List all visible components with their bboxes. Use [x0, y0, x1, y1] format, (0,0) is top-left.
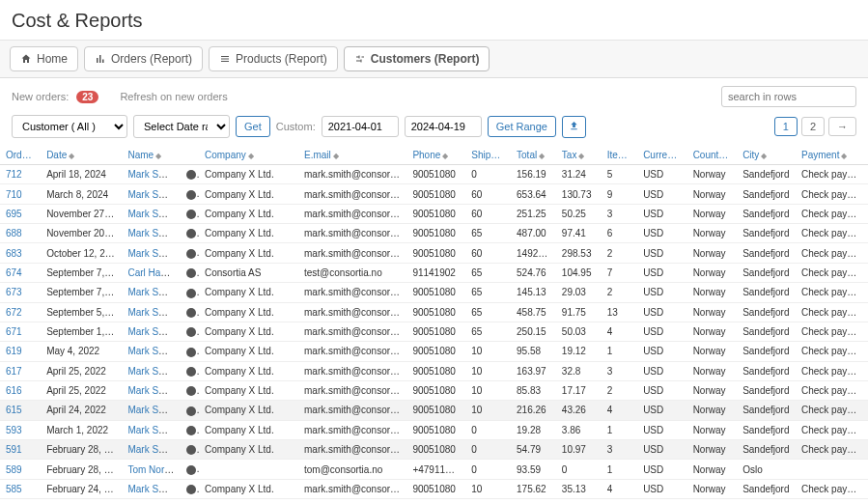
col-phone[interactable]: Phone◆ — [406, 146, 465, 165]
order-link[interactable]: 585 — [6, 484, 22, 494]
status-dot — [186, 348, 196, 357]
name-link[interactable]: Mark Smith — [127, 385, 177, 396]
order-link[interactable]: 619 — [6, 346, 22, 356]
order-link[interactable]: 615 — [6, 405, 22, 415]
table-row: 710March 8, 2024Mark SmithCompany X Ltd.… — [0, 184, 868, 204]
status-dot — [186, 485, 196, 494]
get-button[interactable]: Get — [236, 116, 270, 137]
list-icon — [219, 53, 231, 65]
name-link[interactable]: Mark Smith — [127, 444, 177, 455]
col-country[interactable]: Country◆ — [687, 146, 738, 165]
order-link[interactable]: 593 — [6, 425, 22, 435]
tab-products-report-[interactable]: Products (Report) — [209, 46, 338, 71]
chart-icon — [95, 53, 106, 65]
col-company[interactable]: Company◆ — [199, 146, 280, 165]
status-dot — [186, 426, 196, 435]
status-dot — [186, 229, 196, 238]
customer-select[interactable]: Customer ( All ) — [12, 115, 127, 138]
name-link[interactable]: Mark Smith — [127, 346, 177, 356]
sort-icon: ◆ — [685, 152, 687, 160]
col-tax[interactable]: Tax◆ — [556, 146, 602, 165]
name-link[interactable]: Carl Hansson — [127, 267, 181, 278]
date-to-input[interactable] — [405, 116, 482, 137]
name-link[interactable]: Mark Smith — [127, 405, 177, 415]
page-2[interactable]: 2 — [801, 117, 825, 136]
order-link[interactable]: 617 — [6, 366, 22, 377]
tabs: HomeOrders (Report)Products (Report)Cust… — [0, 40, 868, 78]
col-total[interactable]: Total◆ — [511, 146, 556, 165]
table-row: 582February 24, 2022Mark SmithCompany X … — [0, 499, 868, 504]
table-row: 673September 7, 2023Mark SmithCompany X … — [0, 283, 868, 302]
order-link[interactable]: 672 — [6, 307, 22, 318]
col-order[interactable]: Order ID◆ — [0, 146, 41, 165]
name-link[interactable]: Mark Smith — [127, 287, 177, 297]
order-link[interactable]: 688 — [6, 228, 22, 238]
col-currency[interactable]: Currency◆ — [637, 146, 687, 165]
status-dot — [186, 386, 196, 396]
status-dot — [186, 327, 196, 337]
name-link[interactable]: Mark Smith — [127, 248, 177, 259]
table-row: 683October 12, 2023Mark SmithCompany X L… — [0, 243, 868, 263]
table-row: 589February 28, 2022Tom Normantom@consor… — [0, 460, 868, 479]
new-orders-count: 23 — [76, 91, 98, 103]
new-orders-label: New orders: — [12, 91, 69, 102]
col-payment[interactable]: Payment◆ — [796, 146, 868, 165]
tab-home[interactable]: Home — [10, 46, 78, 71]
home-icon — [20, 53, 32, 65]
name-link[interactable]: Tom Norman — [127, 464, 181, 475]
order-link[interactable]: 616 — [6, 385, 22, 396]
col-name[interactable]: Name◆ — [122, 146, 181, 165]
order-link[interactable]: 674 — [6, 267, 22, 278]
name-link[interactable]: Mark Smith — [127, 169, 177, 180]
status-dot — [186, 170, 196, 180]
date-from-input[interactable] — [322, 116, 399, 137]
name-link[interactable]: Mark Smith — [127, 425, 177, 435]
sort-icon: ◆ — [729, 152, 735, 160]
export-icon — [569, 121, 579, 131]
name-link[interactable]: Mark Smith — [127, 484, 177, 494]
get-range-button[interactable]: Get Range — [488, 116, 556, 137]
sort-icon: ◆ — [578, 152, 584, 160]
tab-customers-report-[interactable]: Customers (Report) — [344, 46, 490, 71]
sort-icon: ◆ — [333, 152, 339, 160]
customers-table: Order ID◆Date◆Name◆ Company◆ E.mail◆Phon… — [0, 146, 868, 504]
table-row: 672September 5, 2023Mark SmithCompany X … — [0, 302, 868, 322]
page-1[interactable]: 1 — [774, 117, 798, 136]
sliders-icon — [354, 53, 366, 65]
order-link[interactable]: 591 — [6, 444, 22, 455]
col-date[interactable]: Date◆ — [41, 146, 122, 165]
name-link[interactable]: Mark Smith — [127, 326, 177, 337]
search-input[interactable] — [721, 86, 856, 107]
name-link[interactable]: Mark Smith — [127, 366, 177, 377]
col-city[interactable]: City◆ — [737, 146, 796, 165]
export-button[interactable] — [562, 116, 586, 138]
refresh-link[interactable]: Refresh on new orders — [120, 91, 227, 102]
date-range-select[interactable]: Select Date range — [133, 115, 230, 138]
order-link[interactable]: 671 — [6, 326, 22, 337]
order-link[interactable]: 683 — [6, 248, 22, 259]
sort-icon: ◆ — [632, 152, 637, 160]
status-dot — [186, 190, 196, 200]
order-link[interactable]: 695 — [6, 209, 22, 219]
order-link[interactable]: 673 — [6, 287, 22, 297]
tab-orders-report-[interactable]: Orders (Report) — [84, 46, 203, 71]
col-items[interactable]: Items◆ — [602, 146, 637, 165]
table-row: 695November 27, 2023Mark SmithCompany X … — [0, 204, 868, 223]
table-row: 674September 7, 2023Carl HanssonConsorti… — [0, 263, 868, 282]
page-next[interactable]: → — [828, 117, 856, 136]
status-dot — [186, 367, 196, 377]
col-email[interactable]: E.mail◆ — [298, 146, 406, 165]
order-link[interactable]: 712 — [6, 169, 22, 180]
table-row: 671September 1, 2023Mark SmithCompany X … — [0, 322, 868, 341]
name-link[interactable]: Mark Smith — [127, 228, 177, 238]
order-link[interactable]: 710 — [6, 189, 22, 200]
custom-label: Custom: — [276, 121, 316, 132]
table-row: 616April 25, 2022Mark SmithCompany X Ltd… — [0, 380, 868, 400]
name-link[interactable]: Mark Smith — [127, 307, 177, 318]
name-link[interactable]: Mark Smith — [127, 209, 177, 219]
status-dot — [186, 308, 196, 318]
name-link[interactable]: Mark Smith — [127, 189, 177, 200]
order-link[interactable]: 589 — [6, 464, 22, 475]
col-shipping[interactable]: Shipping◆ — [465, 146, 511, 165]
sort-icon: ◆ — [69, 152, 74, 160]
